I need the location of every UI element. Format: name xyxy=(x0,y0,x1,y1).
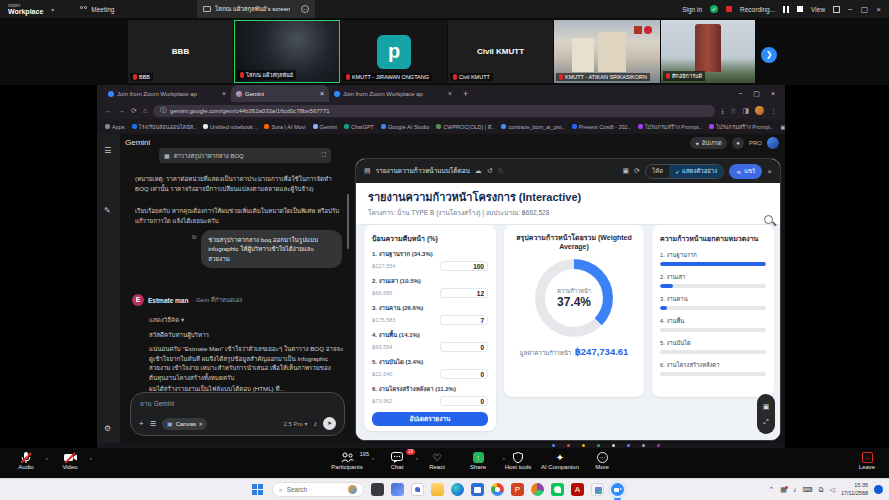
profile-avatar[interactable] xyxy=(755,106,764,115)
remove-canvas-icon[interactable]: × xyxy=(199,421,203,427)
sign-in-button[interactable]: Sign in xyxy=(682,6,702,13)
participant-tile-photo[interactable]: KMUTT - ATIKAN SRIKASIKORN xyxy=(554,20,660,83)
url-field[interactable]: ⓘ gemini.google.com/gem/c44b362a033a/16c… xyxy=(153,105,715,117)
bookmark-item[interactable]: ChatGPT xyxy=(344,124,374,130)
new-tab-button[interactable]: + xyxy=(463,89,468,99)
bookmark-item[interactable]: Sora | AI Movi xyxy=(264,124,305,130)
bookmark-item[interactable]: Google AI Studio xyxy=(381,124,429,130)
stop-recording-icon[interactable] xyxy=(797,6,803,12)
model-selector[interactable]: 2.5 Pro ▾ xyxy=(283,420,307,427)
next-page-button[interactable]: ❯ xyxy=(761,47,777,63)
bookmark-item[interactable]: Gemini xyxy=(313,124,337,130)
participant-tile[interactable]: Civil KMUTT Civil KMUTT xyxy=(448,20,553,83)
more-button[interactable]: ⋯ More xyxy=(576,451,628,470)
all-bookmarks-button[interactable]: ▣All Bookmarks xyxy=(780,124,785,130)
app-icon-store[interactable] xyxy=(471,483,484,496)
bookmark-item[interactable]: Untitled notebook .. xyxy=(203,124,257,130)
app-icon-powerpoint[interactable]: P xyxy=(511,483,524,496)
copy-icon[interactable]: ⧉ xyxy=(192,234,196,241)
undo-icon[interactable]: ↺ xyxy=(487,167,493,175)
canvas-doc-title[interactable]: รายงานความก้าวหน้าแบบโต้ตอบ xyxy=(376,166,470,176)
taskbar-search[interactable]: ⌕ Search xyxy=(272,482,364,497)
bookmark-item[interactable]: โปรแกรมสร้าง Prompt.. xyxy=(709,123,773,131)
app-icon-line[interactable] xyxy=(551,483,564,496)
app-icon-moviestv[interactable] xyxy=(391,483,404,496)
close-button[interactable]: × xyxy=(771,90,775,98)
tray-chevron-icon[interactable]: ⌃ xyxy=(768,486,774,494)
account-avatar[interactable] xyxy=(767,137,779,149)
participant-tile-photo[interactable]: ตึกอธิการบดี xyxy=(661,20,755,83)
tab-shared-screen[interactable]: โสภณ แผ้วสกุลพันธ์'s screen − xyxy=(197,0,315,18)
apps-button[interactable]: Apps xyxy=(105,124,125,130)
app-icon-edge[interactable] xyxy=(451,483,464,496)
new-chat-icon[interactable]: ✎ xyxy=(104,206,111,215)
toggle-code[interactable]: โค้ด xyxy=(646,165,669,178)
canvas-share-button[interactable]: ⋖แชร์ xyxy=(729,164,762,179)
security-shield-icon[interactable]: ✓ xyxy=(710,5,718,13)
back-icon[interactable]: ← xyxy=(105,107,112,114)
notification-badge[interactable] xyxy=(874,485,883,494)
bookmark-item[interactable]: CWPROC(OLD) | ดั.. xyxy=(436,123,494,131)
app-icon-widgets[interactable] xyxy=(371,483,384,496)
save-icon[interactable]: ⤓ xyxy=(721,107,724,115)
progress-input[interactable] xyxy=(440,369,488,379)
bookmark-item[interactable]: โรงเรียนสอนออนไลน์ส.. xyxy=(132,123,197,131)
browser-tab-active[interactable]: Gemini × xyxy=(231,85,329,102)
taskbar-clock[interactable]: 15:35 17/11/2568 xyxy=(841,482,868,496)
participant-tile[interactable]: p KMUTT - JIRAWAN ONGTANG xyxy=(341,20,447,83)
leave-button[interactable]: → Leave xyxy=(841,451,889,470)
app-icon-file-explorer[interactable] xyxy=(431,483,444,496)
participant-tile[interactable]: BBB BBB xyxy=(128,20,233,83)
bookmark-item[interactable]: Present Cost8 - 202.. xyxy=(572,124,631,130)
image-icon[interactable]: ▣ xyxy=(622,167,629,175)
app-icon-misc[interactable] xyxy=(531,483,544,496)
show-thinking-toggle[interactable]: แสดงวิธีคิด ▾ xyxy=(149,315,184,325)
close-canvas-icon[interactable]: × xyxy=(767,167,772,176)
canvas-chip[interactable]: ▣ Canvas × xyxy=(162,418,208,430)
browser-tab[interactable]: Join from Zoom Workplace ap × xyxy=(329,85,457,102)
fullscreen-icon[interactable]: ⤢ xyxy=(763,418,769,426)
app-icon-chrome[interactable] xyxy=(491,483,504,496)
extensions-icon[interactable]: ◨ xyxy=(742,107,749,115)
chevron-down-icon[interactable]: ▾ xyxy=(51,6,54,13)
progress-input[interactable] xyxy=(440,342,488,352)
app-icon-acrobat[interactable]: A xyxy=(571,483,584,496)
forward-icon[interactable]: → xyxy=(118,107,125,114)
expand-icon[interactable]: ⛶ xyxy=(322,152,326,159)
pip-icon[interactable]: ▣ xyxy=(763,403,770,411)
maximize-button[interactable]: ▢ xyxy=(861,5,869,14)
close-tab-icon[interactable]: × xyxy=(222,90,226,97)
progress-input[interactable] xyxy=(440,396,488,406)
bookmark-item[interactable]: โปรแกรมสร้าง Prompt.. xyxy=(638,123,702,131)
voice-icon[interactable]: ● xyxy=(732,137,744,149)
redo-icon[interactable]: ↻ xyxy=(498,167,504,175)
tray-keyboard-icon[interactable]: ⌨ xyxy=(802,486,812,494)
app-icon-zoom[interactable] xyxy=(611,483,624,496)
video-button[interactable]: Video ⌃ xyxy=(44,451,96,470)
maximize-button[interactable]: ▢ xyxy=(753,90,760,98)
tools-icon[interactable]: ☰ xyxy=(150,420,156,428)
minimize-button[interactable]: − xyxy=(738,90,742,98)
stop-share-icon[interactable]: − xyxy=(301,5,309,13)
progress-input[interactable] xyxy=(440,288,488,298)
tray-display-icon[interactable]: ⧉ xyxy=(818,486,823,494)
mic-icon[interactable]: ♪ xyxy=(314,420,318,427)
menu-dots-icon[interactable]: ⋮ xyxy=(770,107,777,115)
table-attachment-chip[interactable]: ▦ ตารางสรุปราคากลาง BOQ ⛶ xyxy=(159,148,331,163)
video-chevron-icon[interactable]: ⌃ xyxy=(89,457,93,463)
update-report-button[interactable]: อัปเดตรายงาน xyxy=(372,412,488,426)
settings-gear-icon[interactable]: ⚙ xyxy=(104,424,111,433)
upgrade-button[interactable]: ✦อัปเกรด xyxy=(690,137,727,149)
app-icon-teams-chat[interactable] xyxy=(411,483,424,496)
tray-mic-icon[interactable]: ♪ xyxy=(793,486,797,493)
chat-scrollbar[interactable] xyxy=(347,194,349,249)
site-info-icon[interactable]: ⓘ xyxy=(160,106,166,115)
home-icon[interactable]: ⌂ xyxy=(143,107,147,114)
tray-recording-icon[interactable]: ▦ xyxy=(780,486,787,494)
progress-input[interactable] xyxy=(440,261,488,271)
refresh-icon[interactable]: ⟳ xyxy=(634,167,640,175)
minimize-button[interactable]: − xyxy=(848,5,853,14)
start-button[interactable] xyxy=(252,484,264,496)
tray-volume-icon[interactable]: ◁ xyxy=(829,486,834,494)
send-button[interactable]: ➤ xyxy=(323,417,336,430)
